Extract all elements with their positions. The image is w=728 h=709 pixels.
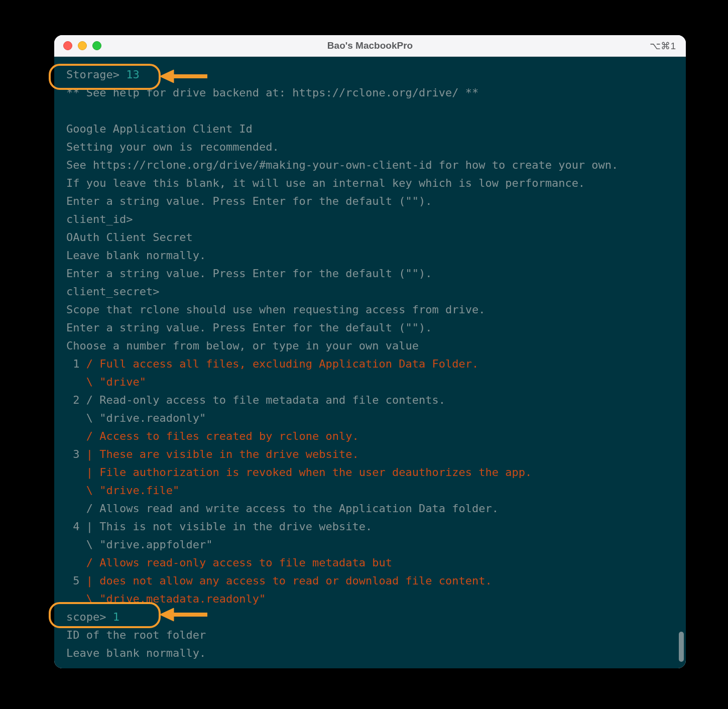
client-id-heading: Google Application Client Id — [66, 123, 253, 135]
close-icon[interactable] — [63, 41, 72, 50]
opt4-l2: | This is not visible in the drive websi… — [86, 520, 373, 533]
terminal-window: Bao's MacbookPro ⌥⌘1 Storage> 13 ** See … — [54, 35, 686, 668]
scope-prompt-label: scope> — [66, 611, 106, 623]
hotkey-indicator: ⌥⌘1 — [650, 40, 676, 52]
choose-num: Choose a number from below, or type in y… — [66, 339, 419, 352]
client-secret-prompt: client_secret> — [66, 285, 159, 298]
opt4-val: \ "drive.appfolder" — [66, 538, 212, 551]
client-id-l1: Setting your own is recommended. — [66, 141, 279, 153]
terminal-body[interactable]: Storage> 13 ** See help for drive backen… — [54, 57, 686, 668]
client-id-prompt: client_id> — [66, 213, 133, 225]
client-id-l2: See https://rclone.org/drive/#making-you… — [66, 159, 618, 171]
opt5-l1: / Allows read-only access to file metada… — [66, 556, 392, 569]
opt1-val: \ "drive" — [66, 376, 146, 388]
opt4-num: 4 — [66, 520, 86, 533]
root-blank: Leave blank normally. — [66, 647, 206, 659]
opt3-val: \ "drive.file" — [66, 484, 179, 497]
opt5-l2: | does not allow any access to read or d… — [86, 574, 492, 587]
window-title: Bao's MacbookPro — [54, 40, 686, 51]
client-id-l3: If you leave this blank, it will use an … — [66, 177, 585, 189]
window-controls — [63, 41, 101, 50]
leave-blank-1: Leave blank normally. — [66, 249, 206, 262]
opt3-l1: / Access to files created by rclone only… — [66, 430, 359, 442]
scroll-thumb[interactable] — [679, 632, 684, 662]
enter-string-3: Enter a string value. Press Enter for th… — [66, 321, 432, 334]
opt3-num: 3 — [66, 448, 86, 460]
opt4-l1: / Allows read and write access to the Ap… — [66, 502, 499, 515]
enter-string-1: Enter a string value. Press Enter for th… — [66, 195, 432, 207]
opt1-num: 1 — [66, 358, 86, 370]
minimize-icon[interactable] — [78, 41, 87, 50]
root-id: ID of the root folder — [66, 629, 206, 641]
opt2-desc: / Read-only access to file metadata and … — [86, 394, 445, 406]
opt5-val: \ "drive.metadata.readonly" — [66, 593, 266, 605]
opt2-val: \ "drive.readonly" — [66, 412, 206, 424]
opt1-desc: / Full access all files, excluding Appli… — [86, 358, 478, 370]
zoom-icon[interactable] — [92, 41, 101, 50]
scrollbar[interactable] — [679, 57, 684, 668]
storage-prompt-value: 13 — [119, 68, 140, 81]
opt3-l3: | File authorization is revoked when the… — [66, 466, 532, 479]
scope-desc: Scope that rclone should use when reques… — [66, 303, 485, 316]
opt5-num: 5 — [66, 574, 86, 587]
storage-prompt-label: Storage> — [66, 68, 119, 81]
opt2-num: 2 — [66, 394, 86, 406]
help-line: ** See help for drive backend at: https:… — [66, 86, 478, 99]
opt3-l2: | These are visible in the drive website… — [86, 448, 359, 460]
secret-heading: OAuth Client Secret — [66, 231, 193, 244]
enter-string-2: Enter a string value. Press Enter for th… — [66, 267, 432, 280]
titlebar: Bao's MacbookPro ⌥⌘1 — [54, 35, 686, 57]
scope-prompt-value: 1 — [106, 611, 119, 623]
